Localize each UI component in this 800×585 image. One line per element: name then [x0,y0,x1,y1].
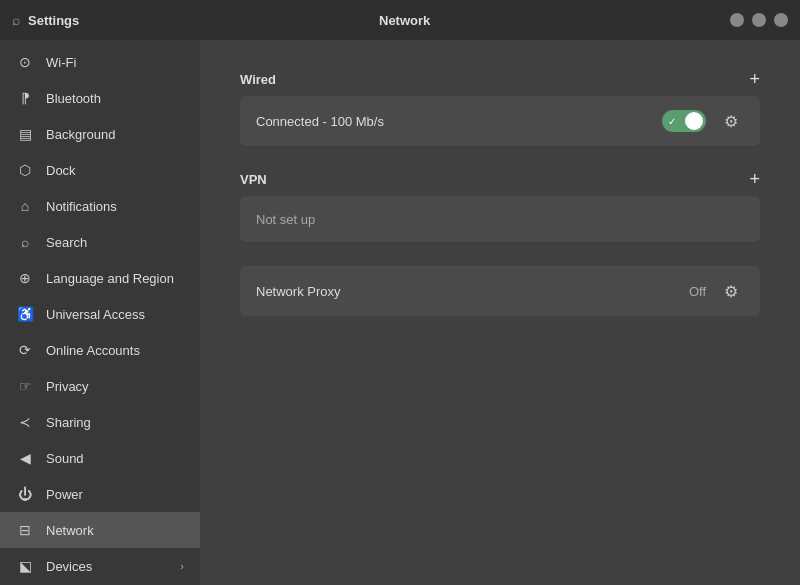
sidebar-item-notifications[interactable]: ⌂Notifications [0,188,200,224]
minimize-button[interactable] [752,13,766,27]
wifi-icon: ⊙ [16,53,34,71]
background-icon: ▤ [16,125,34,143]
power-icon: ⏻ [16,485,34,503]
vpn-box: Not set up [240,196,760,242]
sidebar-item-background[interactable]: ▤Background [0,116,200,152]
content-area: Wired + Connected - 100 Mb/s ✓ ⚙ VPN + [200,40,800,585]
proxy-label: Network Proxy [256,284,677,299]
sound-icon: ◀ [16,449,34,467]
sidebar-item-label-bluetooth: Bluetooth [46,91,184,106]
sidebar-item-label-language: Language and Region [46,271,184,286]
vpn-section: VPN + Not set up [240,170,760,242]
sidebar-item-label-network: Network [46,523,184,538]
sidebar-item-online-accounts[interactable]: ⟳Online Accounts [0,332,200,368]
titlebar-left: ⌕ Settings [12,12,79,28]
vpn-add-button[interactable]: + [749,170,760,188]
sidebar-item-label-sharing: Sharing [46,415,184,430]
toggle-check-icon: ✓ [668,116,676,127]
sidebar-item-label-devices: Devices [46,559,168,574]
sidebar-item-label-privacy: Privacy [46,379,184,394]
wired-settings-button[interactable]: ⚙ [718,108,744,134]
sidebar-item-search[interactable]: ⌕Search [0,224,200,260]
notifications-icon: ⌂ [16,197,34,215]
sidebar-item-sharing[interactable]: ≺Sharing [0,404,200,440]
dock-icon: ⬡ [16,161,34,179]
sidebar-item-dock[interactable]: ⬡Dock [0,152,200,188]
sharing-icon: ≺ [16,413,34,431]
devices-icon: ⬕ [16,557,34,575]
sidebar-item-universal-access[interactable]: ♿Universal Access [0,296,200,332]
page-title: Network [379,13,430,28]
sidebar-item-label-notifications: Notifications [46,199,184,214]
accounts-icon: ⟳ [16,341,34,359]
wired-title: Wired [240,72,276,87]
sidebar-item-bluetooth[interactable]: ⁋Bluetooth [0,80,200,116]
wired-row: Connected - 100 Mb/s ✓ ⚙ [240,96,760,146]
bluetooth-icon: ⁋ [16,89,34,107]
sidebar-item-language[interactable]: ⊕Language and Region [0,260,200,296]
sidebar-item-label-online-accounts: Online Accounts [46,343,184,358]
sidebar: ⊙Wi-Fi⁋Bluetooth▤Background⬡Dock⌂Notific… [0,40,200,585]
sidebar-item-label-power: Power [46,487,184,502]
maximize-button[interactable] [774,13,788,27]
language-icon: ⊕ [16,269,34,287]
chevron-right-icon: › [180,560,184,572]
sidebar-item-devices[interactable]: ⬕Devices› [0,548,200,584]
sidebar-item-label-dock: Dock [46,163,184,178]
titlebar: ⌕ Settings Network [0,0,800,40]
proxy-row: Network Proxy Off ⚙ [240,266,760,316]
sidebar-item-privacy[interactable]: ☞Privacy [0,368,200,404]
proxy-section: Network Proxy Off ⚙ [240,266,760,316]
wired-connection-label: Connected - 100 Mb/s [256,114,650,129]
wired-toggle[interactable]: ✓ [662,110,706,132]
network-icon: ⊟ [16,521,34,539]
search-icon: ⌕ [16,233,34,251]
sidebar-item-sound[interactable]: ◀Sound [0,440,200,476]
proxy-status: Off [689,284,706,299]
privacy-icon: ☞ [16,377,34,395]
wired-section: Wired + Connected - 100 Mb/s ✓ ⚙ [240,70,760,146]
universal-icon: ♿ [16,305,34,323]
sidebar-item-label-search: Search [46,235,184,250]
sidebar-item-power[interactable]: ⏻Power [0,476,200,512]
window-controls [730,13,788,27]
wired-section-header: Wired + [240,70,760,88]
close-button[interactable] [730,13,744,27]
wired-add-button[interactable]: + [749,70,760,88]
app-title: Settings [28,13,79,28]
titlebar-search-icon[interactable]: ⌕ [12,12,20,28]
sidebar-item-wifi[interactable]: ⊙Wi-Fi [0,44,200,80]
sidebar-item-label-sound: Sound [46,451,184,466]
wired-box: Connected - 100 Mb/s ✓ ⚙ [240,96,760,146]
toggle-knob [685,112,703,130]
main-layout: ⊙Wi-Fi⁋Bluetooth▤Background⬡Dock⌂Notific… [0,40,800,585]
vpn-row: Not set up [240,196,760,242]
vpn-section-header: VPN + [240,170,760,188]
sidebar-item-network[interactable]: ⊟Network [0,512,200,548]
sidebar-item-label-wifi: Wi-Fi [46,55,184,70]
proxy-settings-button[interactable]: ⚙ [718,278,744,304]
vpn-title: VPN [240,172,267,187]
sidebar-item-label-background: Background [46,127,184,142]
proxy-box: Network Proxy Off ⚙ [240,266,760,316]
vpn-not-setup-label: Not set up [256,212,315,227]
sidebar-item-label-universal-access: Universal Access [46,307,184,322]
